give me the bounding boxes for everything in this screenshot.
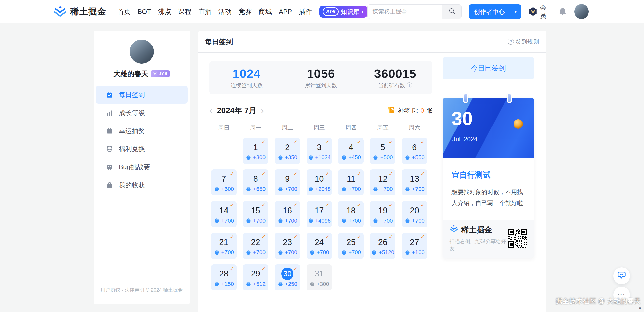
gem-icon	[278, 218, 283, 224]
agi-knowledge-badge[interactable]: AGI 知识库 ›	[319, 6, 367, 18]
user-avatar[interactable]	[574, 4, 589, 19]
calendar-day-3: ✓3+1024	[307, 138, 332, 164]
juejin-logo[interactable]: 稀土掘金	[53, 6, 106, 17]
checkin-rules-link[interactable]: ? 签到规则	[508, 38, 539, 46]
search-icon	[448, 7, 456, 16]
nav-item-home[interactable]: 首页	[118, 7, 131, 16]
chat-bubble-icon	[617, 270, 626, 281]
nav-item-live[interactable]: 直播	[198, 7, 211, 16]
next-month-button[interactable]: ›	[261, 107, 264, 114]
gem-icon	[373, 155, 378, 160]
info-icon[interactable]: !	[407, 82, 412, 88]
check-icon: ✓	[261, 170, 266, 177]
stat-label: 当前矿石数!	[358, 82, 432, 89]
day-number: 27	[410, 236, 419, 248]
nav-item-extension[interactable]: 插件	[299, 7, 312, 16]
stat-value: 360015	[358, 66, 432, 81]
nav-item-shop[interactable]: 商城	[259, 7, 272, 16]
nav-item-bot[interactable]: BOT	[138, 8, 151, 16]
divider	[443, 88, 534, 88]
feedback-chat-button[interactable]	[613, 267, 630, 284]
check-icon: ✓	[389, 139, 393, 145]
check-icon: ✓	[261, 139, 266, 145]
empty-cell	[211, 138, 237, 164]
notification-bell-icon[interactable]	[558, 7, 567, 16]
day-number: 10	[315, 173, 324, 185]
calendar-day-25: ✓25+700	[338, 233, 364, 259]
sidebar-item-daily-checkin[interactable]: 每日签到	[96, 86, 188, 104]
calendar-day-21: ✓21+700	[211, 233, 237, 259]
calendar-grid: ✓1+300✓2+350✓3+1024✓4+450✓5+500✓6+550✓7+…	[209, 138, 432, 290]
search-button[interactable]	[442, 5, 461, 19]
nav-item-app[interactable]: APP	[279, 8, 292, 16]
member-badge-icon	[528, 7, 538, 16]
calendar-day-22: ✓22+700	[243, 233, 268, 259]
stat-value: 1056	[284, 66, 358, 81]
checkin-panel: 每日签到 ? 签到规则 1024连续签到天数1056累计签到天数360015当前…	[198, 31, 546, 312]
sidebar-item-my-harvest[interactable]: 我的收获	[96, 176, 188, 194]
check-icon: ✓	[420, 139, 425, 145]
check-icon: ✓	[389, 234, 393, 240]
stats-panel: 1024连续签到天数1056累计签到天数360015当前矿石数!	[209, 61, 432, 95]
level-badge[interactable]: JY.6	[151, 70, 170, 77]
gem-icon	[246, 250, 251, 255]
agi-label: 知识库	[341, 8, 359, 16]
check-icon: ✓	[293, 265, 298, 272]
day-number: 11	[347, 173, 355, 185]
day-number: 15	[251, 204, 260, 217]
gem-icon	[278, 186, 283, 192]
gem-icon	[246, 281, 251, 287]
gem-icon	[246, 155, 251, 160]
day-number: 30	[281, 268, 294, 280]
sidebar-item-bug-challenge[interactable]: Bug挑战赛	[96, 158, 188, 176]
day-number: 31	[315, 268, 324, 280]
day-reward: +700	[309, 249, 329, 256]
resign-card-info[interactable]: 补签卡: 0 张	[388, 106, 433, 115]
gem-icon	[246, 218, 251, 224]
signed-today-button[interactable]: 今日已签到	[443, 57, 534, 79]
gem-icon	[308, 155, 314, 160]
sidebar-item-lucky-draw[interactable]: 幸运抽奖	[96, 122, 188, 140]
creator-center-button[interactable]: 创作者中心 ▾	[469, 4, 521, 19]
date-card-desc: 想要找对象的时候，不用找人介绍，自己写一个就好啦	[452, 187, 525, 209]
day-reward: +700	[405, 186, 425, 192]
gem-icon	[214, 281, 220, 287]
day-number: 28	[219, 268, 228, 280]
prev-month-button[interactable]: ‹	[209, 107, 212, 114]
sidebar-footer-links[interactable]: 用户协议 · 法律声明 © 2024 稀土掘金	[94, 287, 190, 293]
gem-icon	[309, 281, 315, 287]
day-number: 13	[410, 173, 419, 185]
stat-1: 1056累计签到天数	[284, 66, 358, 89]
calendar-day-6: ✓6+550	[402, 138, 427, 164]
check-icon: ✓	[230, 234, 234, 240]
day-number: 24	[315, 236, 324, 248]
nav-item-pins[interactable]: 沸点	[158, 7, 171, 16]
sidebar-item-growth-level[interactable]: 成长等级	[96, 104, 188, 122]
check-icon: ✓	[389, 202, 393, 208]
gem-icon	[341, 250, 347, 255]
calendar-section: 1024连续签到天数1056累计签到天数360015当前矿石数! ‹ 2024年…	[209, 53, 432, 290]
sidebar-item-benefits-exchange[interactable]: 福利兑换	[96, 140, 188, 158]
nav-item-contest[interactable]: 竞赛	[239, 7, 252, 16]
calendar-day-8: ✓8+650	[243, 169, 268, 195]
day-number: 20	[410, 204, 419, 217]
chevron-down-icon[interactable]: ▾	[510, 8, 521, 16]
calendar-day-13: ✓13+700	[402, 169, 427, 195]
day-number: 17	[315, 204, 324, 217]
calendar-check-icon	[106, 91, 113, 98]
nav-item-events[interactable]: 活动	[218, 7, 232, 16]
weekday-label: 周四	[338, 124, 364, 132]
day-reward: +700	[214, 249, 234, 256]
calendar-day-27: ✓27+100	[402, 233, 427, 259]
check-icon: ✓	[325, 234, 329, 240]
gem-icon	[373, 218, 378, 224]
check-icon: ✓	[420, 202, 425, 208]
check-icon: ✓	[325, 139, 329, 145]
member-entry[interactable]: 会员	[528, 3, 551, 20]
day-number: 21	[219, 236, 228, 248]
checkin-aside: 今日已签到 30 Jul. 2024 宜自行测试 想要找对象的时候，不用找人介绍…	[443, 53, 534, 290]
calendar-day-29: ✓29+512	[243, 264, 268, 290]
nav-item-course[interactable]: 课程	[178, 7, 191, 16]
calendar-day-19: ✓19+700	[370, 201, 395, 227]
search-input[interactable]	[368, 5, 442, 19]
